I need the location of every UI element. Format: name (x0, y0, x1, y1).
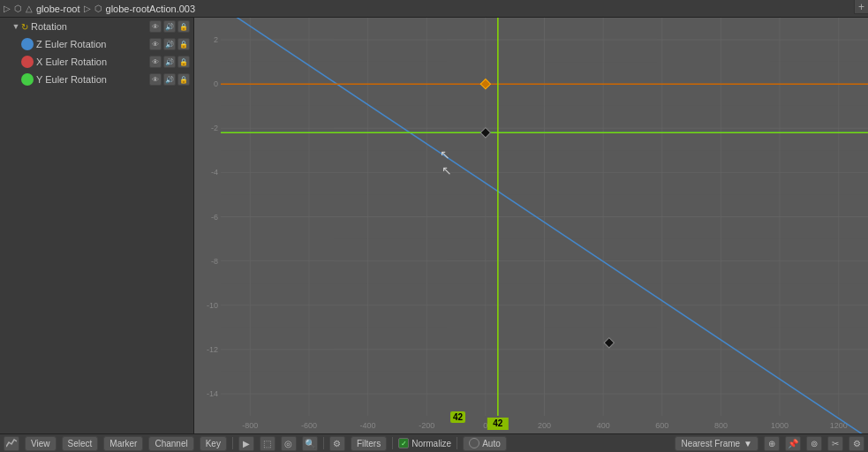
fcurve-icon (6, 438, 17, 448)
header-icon3: ⬡ (94, 4, 102, 13)
rotation-label: Rotation (31, 21, 149, 32)
graph-canvas (194, 18, 868, 433)
header-mesh-icon: △ (26, 4, 33, 13)
y-euler-label: Y Euler Rotation (36, 74, 149, 85)
action-name: globe-rootAction.003 (106, 4, 196, 14)
nearest-frame-dropdown[interactable]: Nearest Frame ▼ (675, 436, 759, 451)
x-euler-eye-btn[interactable]: 👁 (149, 56, 162, 68)
normalize-check[interactable]: Normalize (398, 438, 451, 448)
x-euler-lock-btn[interactable]: 🔒 (177, 56, 190, 68)
z-euler-eye-btn[interactable]: 👁 (149, 38, 162, 50)
prop-edit-btn[interactable]: ⊚ (806, 436, 822, 451)
select-box-btn[interactable]: ⬚ (260, 436, 275, 451)
y-euler-eye-btn[interactable]: 👁 (149, 73, 162, 86)
cursor-tool-btn[interactable]: ▶ (238, 436, 254, 451)
z-euler-mute-btn[interactable]: 🔊 (163, 38, 176, 50)
filters-label: Filters (357, 439, 381, 448)
add-area-button[interactable]: + (854, 0, 868, 14)
sep3 (392, 437, 393, 449)
y-euler-controls: 👁 🔊 🔒 (149, 73, 190, 86)
sidebar: ▼ ↻ Rotation 👁 🔊 🔒 Z Euler Rotation 👁 🔊 … (0, 18, 194, 433)
main-layout: ▼ ↻ Rotation 👁 🔊 🔒 Z Euler Rotation 👁 🔊 … (0, 18, 868, 433)
marker-menu-btn[interactable]: Marker (103, 436, 143, 451)
auto-label: Auto (482, 439, 501, 448)
nearest-frame-arrow: ▼ (743, 439, 752, 448)
object-name: globe-root (36, 4, 80, 14)
sidebar-item-rotation[interactable]: ▼ ↻ Rotation 👁 🔊 🔒 (0, 18, 193, 35)
y-euler-color-icon (21, 73, 34, 86)
z-euler-controls: 👁 🔊 🔒 (149, 38, 190, 50)
filters-btn[interactable]: Filters (351, 436, 387, 451)
sidebar-item-y-euler[interactable]: Y Euler Rotation 👁 🔊 🔒 (0, 71, 193, 88)
nearest-frame-label: Nearest Frame (681, 439, 740, 448)
clip-btn[interactable]: ✂ (827, 436, 843, 451)
channel-menu-btn[interactable]: Channel (148, 436, 193, 451)
view-label: View (31, 439, 50, 448)
marker-label: Marker (109, 439, 137, 448)
x-euler-mute-btn[interactable]: 🔊 (163, 56, 176, 68)
magnify-btn[interactable]: 🔍 (302, 436, 318, 451)
filters-icon-btn[interactable]: ⚙ (329, 436, 345, 451)
rotation-controls: 👁 🔊 🔒 (149, 20, 190, 33)
view-mode-icon-btn[interactable] (4, 436, 19, 451)
x-euler-label: X Euler Rotation (36, 56, 149, 67)
auto-btn[interactable]: Auto (463, 436, 507, 451)
channel-label: Channel (155, 439, 187, 448)
bottom-toolbar: View Select Marker Channel Key ▶ ⬚ ◎ 🔍 ⚙… (0, 433, 868, 452)
header-sep: ▷ (84, 4, 91, 13)
rotation-lock-btn[interactable]: 🔒 (177, 20, 190, 33)
graph-area[interactable]: 42 ↖ (194, 18, 868, 433)
rotation-eye-btn[interactable]: 👁 (149, 20, 162, 33)
key-label: Key (206, 439, 221, 448)
view-menu-btn[interactable]: View (25, 436, 57, 451)
snap-btn[interactable]: ⊕ (764, 436, 780, 451)
sidebar-item-x-euler[interactable]: X Euler Rotation 👁 🔊 🔒 (0, 53, 193, 71)
sep4 (457, 437, 457, 449)
rotation-type-icon: ↻ (21, 22, 28, 32)
z-euler-lock-btn[interactable]: 🔒 (177, 38, 190, 50)
select-lasso-btn[interactable]: ◎ (281, 436, 297, 451)
key-menu-btn[interactable]: Key (200, 436, 227, 451)
frame-indicator: 42 (450, 411, 465, 423)
select-menu-btn[interactable]: Select (62, 436, 99, 451)
sep1 (232, 437, 233, 449)
rotation-mute-btn[interactable]: 🔊 (163, 20, 176, 33)
pin-btn[interactable]: 📌 (785, 436, 801, 451)
header-icon: ▷ (4, 4, 11, 13)
sidebar-item-z-euler[interactable]: Z Euler Rotation 👁 🔊 🔒 (0, 35, 193, 53)
x-euler-color-icon (21, 56, 34, 68)
header-bar: ▷ ⬡ △ globe-root ▷ ⬡ globe-rootAction.00… (0, 0, 868, 18)
settings-btn[interactable]: ⚙ (849, 436, 864, 451)
select-label: Select (68, 439, 93, 448)
normalize-checkbox[interactable] (398, 438, 409, 448)
sep2 (323, 437, 324, 449)
y-euler-lock-btn[interactable]: 🔒 (177, 73, 190, 86)
z-euler-color-icon (21, 38, 34, 50)
x-euler-controls: 👁 🔊 🔒 (149, 56, 190, 68)
rotation-expand-icon: ▼ (11, 22, 21, 31)
auto-circle-icon (469, 438, 479, 448)
z-euler-label: Z Euler Rotation (36, 39, 149, 49)
normalize-label: Normalize (411, 439, 451, 448)
y-euler-mute-btn[interactable]: 🔊 (163, 73, 176, 86)
header-icon2: ⬡ (14, 4, 22, 13)
